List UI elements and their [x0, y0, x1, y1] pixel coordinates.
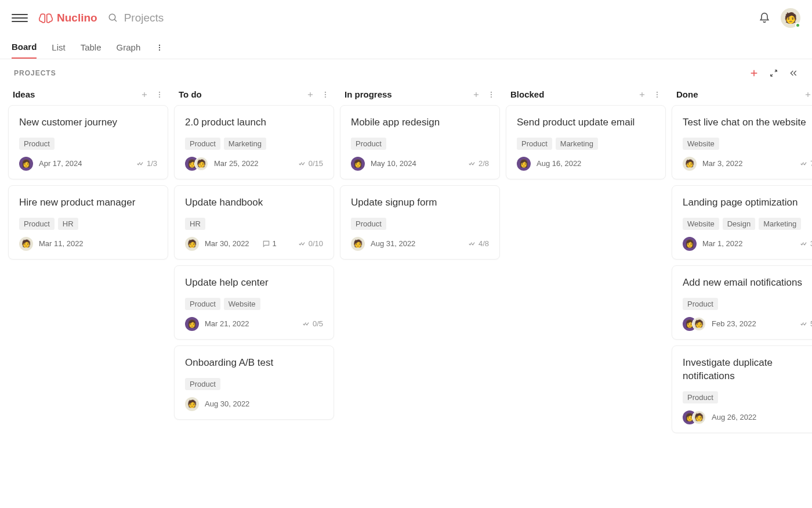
tag: Product — [683, 391, 718, 403]
svg-point-11 — [159, 96, 160, 97]
card[interactable]: Landing page optimizationWebsiteDesignMa… — [672, 185, 812, 260]
card-title: Update handbook — [185, 196, 323, 210]
checklist-icon — [302, 320, 310, 328]
add-card-button[interactable] — [804, 91, 812, 99]
card[interactable]: Send product update emailProductMarketin… — [506, 105, 666, 179]
bell-icon — [759, 12, 770, 24]
add-card-button[interactable] — [638, 91, 646, 99]
svg-point-25 — [657, 93, 658, 95]
card[interactable]: Investigate duplicate notificationsProdu… — [672, 345, 812, 433]
avatar: 👩 — [351, 157, 365, 171]
assignees: 👩 — [351, 157, 365, 171]
checklist-icon — [298, 240, 306, 248]
progress: 0/5 — [313, 319, 323, 328]
card[interactable]: Update handbookHR🧑Mar 30, 202210/10 — [174, 185, 334, 260]
card[interactable]: Hire new product managerProductHR🧑Mar 11… — [8, 185, 168, 260]
card-footer: 🧑Mar 11, 2022 — [19, 237, 157, 251]
card-date: Aug 30, 2022 — [205, 399, 249, 408]
plus-icon — [140, 91, 148, 99]
svg-point-24 — [657, 91, 658, 92]
card[interactable]: New customer journeyProduct👩Apr 17, 2024… — [8, 105, 168, 179]
tab-table[interactable]: Table — [81, 36, 102, 59]
more-vert-icon — [155, 44, 164, 52]
column-menu-button[interactable] — [487, 91, 495, 99]
tag-list: ProductMarketing — [517, 138, 655, 150]
tag: Product — [351, 218, 386, 230]
svg-point-26 — [657, 96, 658, 97]
card-footer: 👩Aug 16, 2022 — [517, 157, 655, 171]
tab-board[interactable]: Board — [12, 36, 37, 59]
topbar: Nuclino Projects 🧑 — [0, 0, 812, 36]
tag: Marketing — [759, 218, 801, 230]
svg-point-2 — [159, 44, 160, 45]
card-date: Mar 21, 2022 — [205, 319, 249, 328]
collapse-panel-button[interactable] — [789, 69, 798, 78]
more-vert-icon — [487, 91, 495, 99]
tag: HR — [58, 218, 78, 230]
expand-button[interactable] — [769, 69, 778, 78]
section-label: PROJECTS — [14, 69, 56, 77]
expand-icon — [769, 69, 778, 78]
column-menu-button[interactable] — [653, 91, 661, 99]
search-placeholder: Projects — [124, 12, 164, 24]
presence-indicator — [795, 23, 800, 28]
column-title: Blocked — [510, 89, 544, 99]
card[interactable]: Mobile app redesignProduct👩May 10, 20242… — [340, 105, 500, 179]
logo[interactable]: Nuclino — [38, 12, 97, 24]
column-menu-button[interactable] — [321, 91, 329, 99]
tag-list: HR — [185, 218, 323, 230]
search-input[interactable]: Projects — [108, 12, 164, 24]
column-menu-button[interactable] — [155, 91, 164, 99]
add-card-button[interactable] — [306, 91, 314, 99]
svg-point-16 — [325, 96, 326, 97]
comment-icon — [262, 240, 270, 248]
tag: Product — [351, 138, 386, 150]
card[interactable]: Update signup formProduct🧑Aug 31, 20224/… — [340, 185, 500, 260]
menu-button[interactable] — [12, 10, 28, 26]
checklist-icon — [468, 240, 476, 248]
notifications-button[interactable] — [759, 12, 770, 24]
view-tabs: Board List Table Graph — [0, 36, 812, 59]
card-footer: 👩May 10, 20242/8 — [351, 157, 489, 171]
add-card-button[interactable] — [140, 91, 148, 99]
column: BlockedSend product update emailProductM… — [506, 86, 666, 439]
avatar: 🧑 — [683, 157, 697, 171]
card-footer: 🧑Aug 30, 2022 — [185, 397, 323, 411]
svg-point-21 — [491, 96, 492, 97]
tab-list[interactable]: List — [52, 36, 65, 59]
add-card-button[interactable] — [472, 91, 480, 99]
plus-icon — [306, 91, 314, 99]
tag: Marketing — [556, 138, 598, 150]
checklist-icon — [800, 240, 808, 248]
checklist-icon — [468, 160, 476, 168]
user-menu[interactable]: 🧑 — [781, 8, 800, 28]
tag-list: Product — [19, 138, 157, 150]
assignees: 👩 — [683, 237, 697, 251]
card[interactable]: Onboarding A/B testProduct🧑Aug 30, 2022 — [174, 345, 334, 420]
card-footer: 👩Mar 21, 20220/5 — [185, 317, 323, 331]
card[interactable]: 2.0 product launchProductMarketing👩🧑Mar … — [174, 105, 334, 179]
card-date: Mar 30, 2022 — [205, 239, 249, 248]
tab-graph[interactable]: Graph — [117, 36, 141, 59]
card[interactable]: Update help centerProductWebsite👩Mar 21,… — [174, 265, 334, 340]
comment-count: 1 — [273, 239, 277, 248]
card-title: New customer journey — [19, 116, 157, 129]
card-title: Investigate duplicate notifications — [683, 356, 812, 383]
tag-list: Product — [683, 391, 812, 403]
card-title: Update signup form — [351, 196, 489, 210]
toolbar: PROJECTS — [0, 59, 812, 82]
card-title: 2.0 product launch — [185, 116, 323, 129]
card-footer: 👩🧑Aug 26, 2022 — [683, 410, 812, 424]
card-footer: 👩Apr 17, 20241/3 — [19, 157, 157, 171]
tabs-more-button[interactable] — [155, 44, 164, 52]
card[interactable]: Add new email notificationsProduct👩🧑Feb … — [672, 265, 812, 340]
card[interactable]: Test live chat on the websiteWebsite🧑Mar… — [672, 105, 812, 179]
add-item-button[interactable] — [749, 69, 759, 78]
svg-point-15 — [325, 93, 326, 95]
tag: Product — [19, 218, 55, 230]
column-header: Ideas — [8, 86, 168, 105]
avatar: 👩 — [683, 237, 697, 251]
card-title: Mobile app redesign — [351, 116, 489, 129]
tag-list: WebsiteDesignMarketing — [683, 218, 812, 230]
tag: Product — [19, 138, 55, 150]
